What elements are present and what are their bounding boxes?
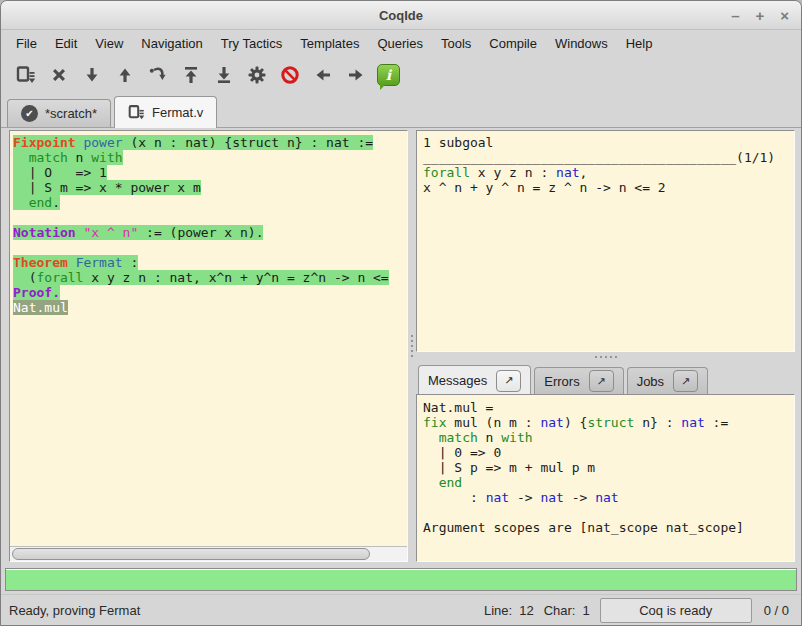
toolbar: i xyxy=(1,56,801,93)
code-line: | O => 1 xyxy=(13,165,407,180)
detach-icon: ↗ xyxy=(681,375,690,388)
window-title: CoqIde xyxy=(379,8,423,23)
maximize-button[interactable]: + xyxy=(755,8,764,23)
detach-icon: ↗ xyxy=(504,374,513,387)
interrupt-button[interactable] xyxy=(273,59,306,90)
stop-icon xyxy=(280,65,300,85)
menu-tools[interactable]: Tools xyxy=(432,33,480,54)
messages-pane[interactable]: Nat.mul =fix mul (n m : nat) {struct n} … xyxy=(416,394,795,562)
tab-messages[interactable]: Messages ↗ xyxy=(418,365,531,395)
code-line: Fixpoint power (x n : nat) {struct n} : … xyxy=(13,135,407,150)
menu-navigation[interactable]: Navigation xyxy=(132,33,211,54)
code-line: x ^ n + y ^ n = z ^ n -> n <= 2 xyxy=(423,180,788,195)
coq-status-box: Coq is ready xyxy=(600,598,752,623)
tab-scratch[interactable]: ✔ *scratch* xyxy=(7,99,111,127)
tab-messages-label: Messages xyxy=(428,373,487,388)
code-line: end. xyxy=(13,195,407,210)
vertical-splitter[interactable] xyxy=(408,130,416,562)
code-line xyxy=(13,240,407,255)
code-line: Proof. xyxy=(13,285,407,300)
detach-jobs-button[interactable]: ↗ xyxy=(673,370,698,392)
arrow-down-icon xyxy=(82,65,102,85)
menu-compile[interactable]: Compile xyxy=(480,33,546,54)
tab-errors[interactable]: Errors ↗ xyxy=(534,367,623,394)
arrow-to-bottom-icon xyxy=(214,65,234,85)
code-line: Argument scopes are [nat_scope nat_scope… xyxy=(423,520,788,535)
script-editor[interactable]: Fixpoint power (x n : nat) {struct n} : … xyxy=(10,131,407,546)
line-label: Line: xyxy=(484,603,512,618)
close-icon xyxy=(49,65,69,85)
menu-view[interactable]: View xyxy=(86,33,132,54)
code-line: Notation "x ^ n" := (power x n). xyxy=(13,225,407,240)
menu-queries[interactable]: Queries xyxy=(368,33,432,54)
minimize-button[interactable]: – xyxy=(731,8,739,23)
menu-file[interactable]: File xyxy=(7,33,46,54)
close-document-button[interactable] xyxy=(42,59,75,90)
code-line: | 0 => 0 xyxy=(423,445,788,460)
tab-fermat[interactable]: Fermat.v xyxy=(114,96,217,128)
coqide-window: CoqIde – + × File Edit View Navigation T… xyxy=(0,0,802,626)
goals-pane[interactable]: 1 subgoal_______________________________… xyxy=(416,130,795,352)
arrow-to-top-icon xyxy=(181,65,201,85)
code-line: match n with xyxy=(13,150,407,165)
message-tab-bar: Messages ↗ Errors ↗ Jobs ↗ xyxy=(416,361,795,394)
tab-jobs[interactable]: Jobs ↗ xyxy=(627,367,708,394)
char-value: 1 xyxy=(582,603,589,618)
gear-icon xyxy=(247,65,267,85)
close-button[interactable]: × xyxy=(780,8,789,23)
code-line: | S p => m + mul p m xyxy=(423,460,788,475)
code-line: Theorem Fermat : xyxy=(13,255,407,270)
window-controls: – + × xyxy=(731,1,789,29)
info-bubble-icon: i xyxy=(377,64,400,86)
status-bar: Ready, proving Fermat Line: 12 Char: 1 C… xyxy=(1,594,801,625)
horizontal-scrollbar xyxy=(10,546,407,561)
code-line: (forall x y z n : nat, x^n + y^n = z^n -… xyxy=(13,270,407,285)
about-button[interactable]: i xyxy=(372,59,405,90)
restart-button[interactable] xyxy=(174,59,207,90)
code-line xyxy=(423,505,788,520)
detach-errors-button[interactable]: ↗ xyxy=(589,370,614,392)
arrow-left-icon xyxy=(313,65,333,85)
fully-check-button[interactable] xyxy=(240,59,273,90)
menu-edit[interactable]: Edit xyxy=(46,33,86,54)
status-right: Line: 12 Char: 1 Coq is ready 0 / 0 xyxy=(474,598,793,623)
menu-help[interactable]: Help xyxy=(617,33,662,54)
menu-try-tactics[interactable]: Try Tactics xyxy=(212,33,291,54)
scrollbar-thumb[interactable] xyxy=(12,548,370,560)
go-to-cursor-button[interactable] xyxy=(141,59,174,90)
title-bar[interactable]: CoqIde – + × xyxy=(1,1,801,30)
code-line: | S m => x * power x m xyxy=(13,180,407,195)
previous-button[interactable] xyxy=(306,59,339,90)
code-line: 1 subgoal xyxy=(423,135,788,150)
menu-bar: File Edit View Navigation Try Tactics Te… xyxy=(1,30,801,56)
tab-errors-label: Errors xyxy=(544,374,579,389)
code-line: Nat.mul = xyxy=(423,400,788,415)
status-message: Ready, proving Fermat xyxy=(9,603,474,618)
main-area: Fixpoint power (x n : nat) {struct n} : … xyxy=(1,128,801,564)
code-line: end xyxy=(423,475,788,490)
go-to-cursor-icon xyxy=(148,65,168,85)
arrow-up-icon xyxy=(115,65,135,85)
step-backward-button[interactable] xyxy=(108,59,141,90)
save-icon xyxy=(128,104,145,121)
arrow-right-icon xyxy=(346,65,366,85)
code-line: match n with xyxy=(423,430,788,445)
horizontal-splitter[interactable] xyxy=(416,352,795,361)
menu-windows[interactable]: Windows xyxy=(546,33,617,54)
menu-templates[interactable]: Templates xyxy=(291,33,368,54)
code-line: Nat.mul xyxy=(13,300,407,315)
next-button[interactable] xyxy=(339,59,372,90)
coq-status-text: Coq is ready xyxy=(639,603,712,618)
script-editor-pane: Fixpoint power (x n : nat) {struct n} : … xyxy=(9,130,408,562)
job-counter: 0 / 0 xyxy=(764,603,789,618)
char-label: Char: xyxy=(544,603,576,618)
go-to-end-button[interactable] xyxy=(207,59,240,90)
code-line xyxy=(13,210,407,225)
check-circle-icon: ✔ xyxy=(21,105,38,122)
progress-bar xyxy=(5,568,797,591)
line-value: 12 xyxy=(519,603,533,618)
code-line: : nat -> nat -> nat xyxy=(423,490,788,505)
step-forward-button[interactable] xyxy=(75,59,108,90)
detach-messages-button[interactable]: ↗ xyxy=(496,370,521,392)
save-button[interactable] xyxy=(9,59,42,90)
